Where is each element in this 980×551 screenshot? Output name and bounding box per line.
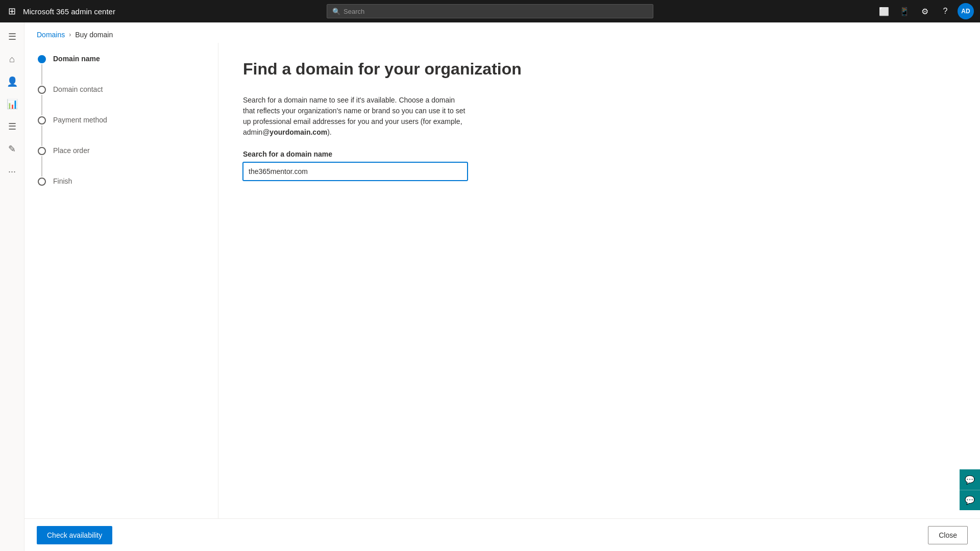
- footer-bar: Check availability Close: [24, 518, 980, 551]
- step-line-3: [41, 126, 42, 146]
- step-circle-payment-method: [38, 116, 46, 124]
- mobile-icon[interactable]: 📱: [896, 3, 913, 19]
- topbar-center: 🔍: [118, 4, 862, 18]
- content-area: Domains › Buy domain Domain name: [24, 22, 980, 551]
- main-layout: ☰ ⌂ 👤 📊 ☰ ✎ ··· Domains › Buy domain: [0, 22, 980, 551]
- step-indicator-col-5: [37, 178, 47, 186]
- breadcrumb-domains-link[interactable]: Domains: [37, 31, 65, 39]
- step-circle-domain-name: [38, 55, 46, 63]
- step-circle-finish: [38, 178, 46, 186]
- step-indicator-col-4: [37, 147, 47, 177]
- sidebar-item-menu[interactable]: ☰: [2, 27, 22, 47]
- topbar-left: ⊞ Microsoft 365 admin center: [6, 4, 118, 19]
- step-circle-domain-contact: [38, 86, 46, 94]
- step-circle-place-order: [38, 147, 46, 155]
- wizard-steps: Domain name Domain contact: [37, 55, 206, 208]
- step-label-domain-contact: Domain contact: [53, 85, 103, 93]
- wizard-step-payment-method: Payment method: [37, 116, 206, 147]
- step-indicator-col-1: [37, 55, 47, 85]
- step-line-2: [41, 95, 42, 115]
- sidebar-item-reports[interactable]: ☰: [2, 116, 22, 137]
- topbar: ⊞ Microsoft 365 admin center 🔍 ⬜ 📱 ⚙ ? A…: [0, 0, 980, 22]
- waffle-icon[interactable]: ⊞: [6, 4, 18, 19]
- sidebar-item-home[interactable]: ⌂: [2, 49, 22, 69]
- wizard-step-place-order: Place order: [37, 147, 206, 178]
- floating-help-icon[interactable]: 💬: [960, 469, 980, 490]
- app-title: Microsoft 365 admin center: [23, 7, 115, 16]
- wizard-step-domain-contact: Domain contact: [37, 86, 206, 116]
- step-indicator-col-2: [37, 86, 47, 115]
- wizard-sidebar: Domain name Domain contact: [24, 43, 218, 518]
- avatar[interactable]: AD: [958, 3, 974, 19]
- domain-search-input[interactable]: [243, 162, 468, 181]
- search-icon: 🔍: [332, 8, 340, 15]
- breadcrumb-separator: ›: [69, 31, 71, 38]
- step-label-payment-method: Payment method: [53, 116, 107, 124]
- floating-panel: 💬 💬: [960, 469, 980, 510]
- close-button[interactable]: Close: [928, 526, 968, 544]
- wizard-step-domain-name: Domain name: [37, 55, 206, 86]
- step-label-finish: Finish: [53, 177, 72, 185]
- sidebar-item-more[interactable]: ···: [2, 161, 22, 182]
- breadcrumb: Domains › Buy domain: [24, 22, 980, 43]
- topbar-right: ⬜ 📱 ⚙ ? AD: [862, 3, 974, 19]
- example-domain: yourdomain.com: [270, 128, 327, 136]
- settings-icon[interactable]: ⚙: [917, 3, 933, 19]
- page-content: Domain name Domain contact: [24, 43, 980, 518]
- screen-icon[interactable]: ⬜: [876, 3, 892, 19]
- step-label-place-order: Place order: [53, 146, 90, 155]
- step-line-4: [41, 156, 42, 177]
- wizard-step-finish: Finish: [37, 178, 206, 208]
- step-line-1: [41, 64, 42, 85]
- step-indicator-col-3: [37, 116, 47, 146]
- check-availability-button[interactable]: Check availability: [37, 526, 112, 544]
- domain-field-label: Search for a domain name: [243, 150, 955, 158]
- sidebar-item-analytics[interactable]: 📊: [2, 94, 22, 114]
- form-area: Find a domain for your organization Sear…: [218, 43, 980, 518]
- form-description: Search for a domain name to see if it's …: [243, 95, 468, 138]
- floating-feedback-icon[interactable]: 💬: [960, 490, 980, 510]
- breadcrumb-current: Buy domain: [75, 31, 113, 39]
- sidebar: ☰ ⌂ 👤 📊 ☰ ✎ ···: [0, 22, 24, 551]
- page-title: Find a domain for your organization: [243, 59, 955, 79]
- search-box: 🔍: [327, 4, 653, 18]
- global-search-input[interactable]: [344, 8, 648, 15]
- step-label-domain-name: Domain name: [53, 55, 100, 63]
- sidebar-item-users[interactable]: 👤: [2, 71, 22, 92]
- sidebar-item-edit[interactable]: ✎: [2, 139, 22, 159]
- help-icon[interactable]: ?: [937, 3, 953, 19]
